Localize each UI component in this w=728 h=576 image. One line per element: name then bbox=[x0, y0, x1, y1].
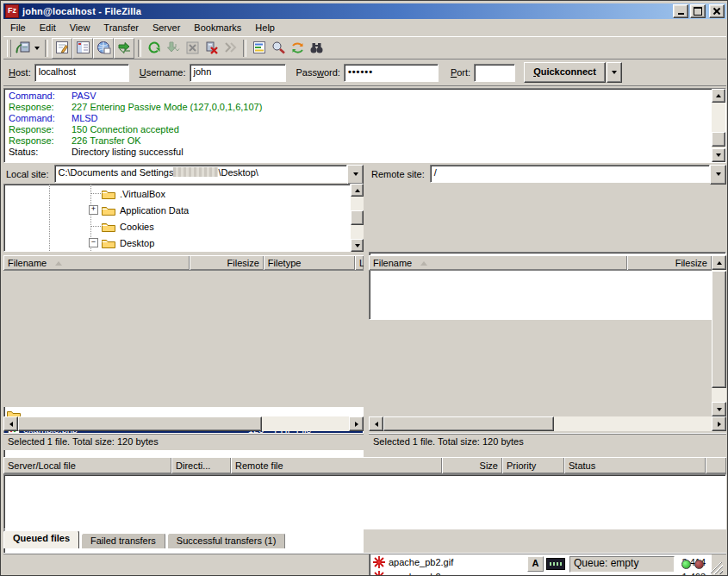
log-line: Response:226 Transfer OK bbox=[4, 135, 725, 147]
local-tree-scrollbar[interactable] bbox=[351, 184, 364, 252]
pane-splitter[interactable] bbox=[364, 166, 369, 451]
redacted-username bbox=[173, 167, 218, 177]
port-label: Port: bbox=[451, 67, 470, 78]
chevron-down-icon bbox=[716, 172, 721, 176]
tab-successful-transfers[interactable]: Successful transfers (1) bbox=[167, 533, 286, 548]
column-header-modified[interactable]: L bbox=[355, 255, 364, 270]
scroll-thumb[interactable] bbox=[712, 271, 726, 388]
column-header-filesize[interactable]: Filesize bbox=[627, 255, 712, 270]
scroll-right-button[interactable] bbox=[349, 416, 364, 431]
queue-column-remote-file[interactable]: Remote file bbox=[231, 457, 442, 473]
quickconnect-dropdown[interactable] bbox=[607, 62, 622, 83]
local-path-value[interactable]: C:\Documents and Settings\Desktop\ bbox=[54, 165, 347, 183]
scroll-thumb[interactable] bbox=[383, 416, 554, 431]
toggle-transfer-queue-button[interactable] bbox=[114, 38, 134, 59]
column-header-filetype[interactable]: Filetype bbox=[264, 255, 355, 270]
reconnect-button[interactable] bbox=[221, 39, 240, 58]
ascii-datatype-icon[interactable]: A bbox=[527, 556, 544, 572]
menu-server[interactable]: Server bbox=[146, 19, 187, 36]
local-list-header: Filename Filesize Filetype L bbox=[3, 255, 364, 271]
local-site-combobox[interactable]: C:\Documents and Settings\Desktop\ bbox=[54, 165, 364, 185]
port-input[interactable] bbox=[474, 64, 515, 82]
remote-list-hscrollbar[interactable] bbox=[369, 416, 726, 431]
activity-led-green bbox=[681, 560, 691, 569]
toggle-remote-tree-button[interactable] bbox=[93, 38, 114, 59]
binoculars-icon bbox=[309, 41, 324, 55]
quickconnect-button[interactable]: Quickconnect bbox=[524, 62, 606, 83]
disconnect-icon bbox=[204, 41, 219, 55]
scroll-left-button[interactable] bbox=[3, 416, 18, 431]
toolbar-separator bbox=[45, 40, 48, 57]
queue-column-filler bbox=[706, 457, 726, 473]
scroll-thumb[interactable] bbox=[18, 416, 262, 431]
scroll-up-button[interactable] bbox=[712, 255, 726, 270]
local-list-hscrollbar[interactable] bbox=[3, 416, 364, 431]
queue-header: Server/Local file Directi... Remote file… bbox=[3, 457, 726, 474]
column-header-filename[interactable]: Filename bbox=[3, 255, 190, 270]
scroll-thumb[interactable] bbox=[712, 132, 725, 147]
find-files-button[interactable] bbox=[307, 39, 326, 58]
refresh-button[interactable] bbox=[145, 39, 164, 58]
site-manager-button[interactable] bbox=[14, 39, 33, 58]
scroll-thumb[interactable] bbox=[351, 210, 364, 225]
remote-site-row: Remote site: / bbox=[369, 166, 726, 183]
password-input[interactable]: •••••• bbox=[344, 64, 439, 82]
scroll-down-button[interactable] bbox=[712, 402, 726, 416]
scroll-down-button[interactable] bbox=[351, 239, 364, 252]
toggle-local-tree-button[interactable] bbox=[72, 38, 93, 59]
column-header-filesize[interactable]: Filesize bbox=[190, 255, 264, 270]
local-site-dropdown[interactable] bbox=[347, 165, 364, 185]
remote-list-scrollbar[interactable] bbox=[712, 255, 726, 416]
tree-item-desktop[interactable]: − Desktop bbox=[89, 235, 156, 251]
cancel-operation-button[interactable] bbox=[183, 39, 202, 58]
tree-item-virtualbox[interactable]: .VirtualBox bbox=[89, 185, 167, 202]
site-manager-dropdown[interactable] bbox=[33, 39, 41, 58]
menu-transfer[interactable]: Transfer bbox=[96, 19, 146, 36]
queue-column-status[interactable]: Status bbox=[564, 457, 706, 473]
scroll-down-button[interactable] bbox=[712, 148, 725, 162]
minimize-button[interactable] bbox=[673, 4, 688, 18]
column-header-filename[interactable]: Filename bbox=[369, 255, 627, 270]
remote-site-combobox[interactable]: / bbox=[430, 165, 726, 185]
disconnect-button[interactable] bbox=[202, 39, 221, 58]
tree-expander[interactable]: − bbox=[89, 238, 98, 247]
remote-path-value[interactable]: / bbox=[430, 165, 710, 183]
maximize-button[interactable] bbox=[690, 4, 706, 18]
activity-led-red bbox=[694, 560, 704, 569]
tab-failed-transfers[interactable]: Failed transfers bbox=[81, 533, 165, 548]
remote-site-dropdown[interactable] bbox=[710, 165, 726, 185]
resize-grip[interactable] bbox=[711, 562, 723, 574]
queue-splitter[interactable] bbox=[3, 450, 726, 457]
menu-bookmarks[interactable]: Bookmarks bbox=[187, 19, 248, 36]
host-input[interactable]: localhost bbox=[34, 64, 129, 82]
tree-item-application-data[interactable]: + Application Data bbox=[89, 202, 190, 218]
scroll-right-button[interactable] bbox=[712, 416, 726, 431]
transfer-queue-icon bbox=[117, 41, 132, 55]
queue-column-priority[interactable]: Priority bbox=[502, 457, 564, 473]
menu-help[interactable]: Help bbox=[248, 19, 282, 36]
scroll-left-button[interactable] bbox=[369, 416, 383, 431]
filezilla-logo-icon: Fz bbox=[5, 4, 19, 18]
scroll-up-button[interactable] bbox=[712, 89, 725, 103]
log-scrollbar[interactable] bbox=[712, 89, 725, 162]
username-input[interactable]: john bbox=[190, 64, 286, 82]
directory-comparison-button[interactable] bbox=[269, 39, 288, 58]
speedlimits-icon[interactable] bbox=[546, 558, 565, 570]
menu-view[interactable]: View bbox=[63, 19, 97, 36]
queue-column-direction[interactable]: Directi... bbox=[171, 457, 231, 473]
menu-file[interactable]: File bbox=[3, 19, 33, 36]
menu-edit[interactable]: Edit bbox=[33, 19, 63, 36]
tree-expander[interactable]: + bbox=[89, 205, 98, 215]
log-line: Response:227 Entering Passive Mode (127,… bbox=[4, 102, 725, 113]
queue-column-size[interactable]: Size bbox=[442, 457, 502, 473]
synchronized-browsing-button[interactable] bbox=[288, 39, 307, 58]
process-queue-button[interactable] bbox=[164, 39, 183, 58]
scroll-up-button[interactable] bbox=[351, 184, 364, 197]
local-tree-icon bbox=[76, 41, 90, 55]
tree-item-cookies[interactable]: Cookies bbox=[89, 218, 156, 235]
toggle-message-log-button[interactable] bbox=[52, 38, 72, 59]
close-button[interactable] bbox=[709, 4, 725, 18]
queue-column-server-local-file[interactable]: Server/Local file bbox=[3, 457, 171, 473]
filter-button[interactable] bbox=[250, 39, 269, 58]
tab-queued-files[interactable]: Queued files bbox=[3, 530, 79, 548]
